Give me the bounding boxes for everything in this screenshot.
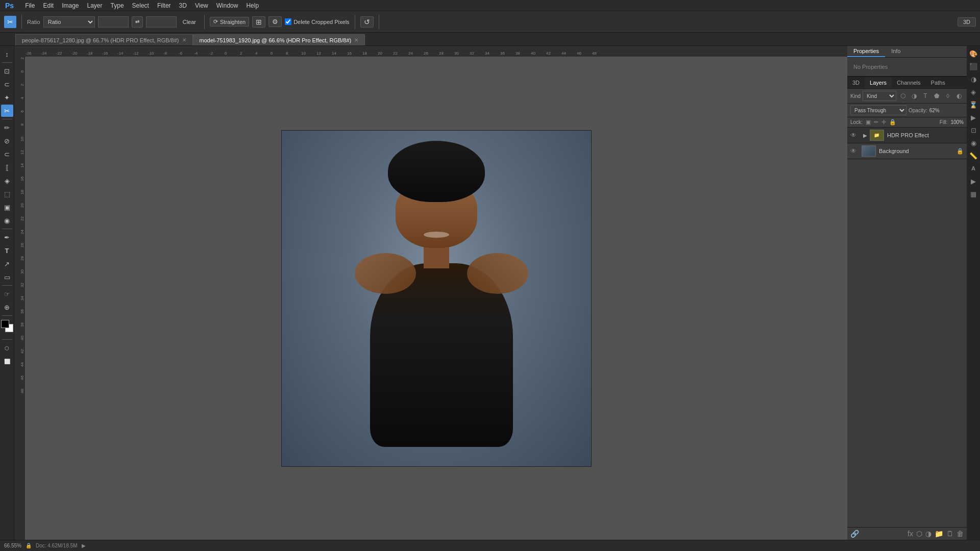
swap-dimensions-button[interactable]: ⇄ [132,16,143,28]
ratio-width-input[interactable] [98,16,129,28]
menu-item-3d[interactable]: 3D [175,1,191,10]
right-icon-1[interactable]: 🎨 [968,48,979,59]
layers-tab-paths[interactable]: Paths [926,77,950,88]
menu-item-layer[interactable]: Layer [83,1,107,10]
ruler-v-mark-0: 2 [20,57,24,59]
lock-position-icon[interactable]: ✛ [881,119,886,126]
tab-properties[interactable]: Properties [847,46,885,57]
layer-vis-background[interactable]: 👁 [850,147,859,155]
settings-button[interactable]: ⚙ [268,16,282,27]
menu-item-image[interactable]: Image [58,1,83,10]
layer-fx-button[interactable]: fx [908,530,913,538]
layers-tab-layers[interactable]: Layers [865,77,892,88]
lock-all-icon[interactable]: 🔒 [889,119,896,126]
layer-item-group[interactable]: 👁 ▶ 📁 HDR PRO Effect [847,128,967,143]
create-adjustment-button[interactable]: ◑ [925,530,932,538]
layers-tab-3d[interactable]: 3D [847,77,865,88]
ratio-select[interactable]: Ratio 1:1 16:9 4:3 Unconstrained [43,16,95,28]
lock-paint-icon[interactable]: ✏ [874,119,878,126]
blend-mode-select[interactable]: Pass Through Normal Multiply Screen Over… [850,105,906,115]
history-brush-tool[interactable]: ◈ [1,174,13,187]
color-swatches[interactable] [1,320,13,335]
tab-info[interactable]: Info [885,46,906,57]
brush-tool[interactable]: ⊂ [1,148,13,160]
lasso-tool[interactable]: ⊂ [1,78,13,90]
right-icon-5[interactable]: ⌛ [968,99,979,110]
menu-item-view[interactable]: View [191,1,212,10]
lock-transparency-icon[interactable]: ▣ [866,119,871,126]
menu-item-help[interactable]: Help [242,1,263,10]
grid-button[interactable]: ⊞ [252,16,265,28]
right-icon-6[interactable]: ▶ [968,112,979,123]
menu-item-edit[interactable]: Edit [39,1,58,10]
right-icon-play[interactable]: ▶ [968,176,979,187]
rectangular-marquee-tool[interactable]: ⊡ [1,65,13,77]
rotate-button[interactable]: ↺ [360,16,374,28]
screen-mode-tool[interactable]: ⬜ [1,355,13,367]
filter-shape-icon[interactable]: ⬟ [932,91,941,101]
filter-toggle-icon[interactable]: ◐ [954,91,964,101]
menu-item-filter[interactable]: Filter [153,1,175,10]
dodge-tool[interactable]: ◉ [1,214,13,227]
layer-vis-group[interactable]: 👁 [850,132,859,139]
filter-adjust-icon[interactable]: ◑ [910,91,919,101]
path-selection-tool[interactable]: ↗ [1,258,13,270]
tab-0[interactable]: people-875617_1280.jpg @ 66.7% (HDR PRO … [15,34,193,45]
menu-item-type[interactable]: Type [107,1,128,10]
create-layer-button[interactable]: 🗒 [946,530,953,538]
ratio-height-input[interactable] [146,16,177,28]
delete-layer-button[interactable]: 🗑 [957,530,964,538]
filter-pixel-icon[interactable]: ⬡ [898,91,908,101]
delete-cropped-checkbox[interactable] [285,18,291,25]
right-icon-type[interactable]: A [968,163,979,174]
pen-tool[interactable]: ✒ [1,231,13,243]
filter-smart-icon[interactable]: ◊ [943,91,952,101]
menu-item-file[interactable]: File [21,1,39,10]
tab-1[interactable]: model-751983_1920.jpg @ 66.6% (HDR Pro E… [193,34,365,45]
text-tool[interactable]: T [1,244,13,257]
top-toolbar: ✂ Ratio Ratio 1:1 16:9 4:3 Unconstrained… [0,11,980,33]
canvas-area[interactable]: -26-24-22-20-18-16-14-12-10-8-6-4-202468… [14,46,847,540]
hand-tool[interactable]: ☞ [1,288,13,300]
foreground-color[interactable] [1,320,9,328]
quick-select-tool[interactable]: ✦ [1,91,13,104]
layer-expand-icon[interactable]: ▶ [862,130,869,141]
filter-text-icon[interactable]: T [921,91,930,101]
right-icon-8[interactable]: ◉ [968,137,979,148]
menu-item-window[interactable]: Window [212,1,242,10]
layers-tab-channels[interactable]: Channels [892,77,925,88]
3d-view-select[interactable]: 3D [958,17,976,27]
right-icon-hist[interactable]: ▦ [968,188,979,199]
zoom-tool[interactable]: ⊕ [1,301,13,313]
move-tool[interactable]: ↕ [1,48,13,60]
ruler-h-mark-0: -26 [26,51,32,56]
fill-value[interactable]: 100% [950,119,964,125]
crop-tool-active[interactable]: ✂ [4,16,16,28]
eraser-tool[interactable]: ⬚ [1,188,13,200]
layer-kind-select[interactable]: Kind Name Effect Mode Attribute Color [863,91,896,101]
tab-0-close[interactable]: ✕ [182,37,186,43]
right-icon-7[interactable]: ⊡ [968,124,979,136]
right-icon-9[interactable]: 📏 [968,150,979,161]
eyedropper-tool[interactable]: ✏ [1,121,13,134]
straighten-tool[interactable]: ⟳ Straighten [210,17,249,27]
layer-item-background[interactable]: 👁 Background 🔒 [847,143,967,159]
tab-1-close[interactable]: ✕ [354,37,358,43]
quick-mask-tool[interactable]: ⬡ [1,342,13,354]
create-group-button[interactable]: 📁 [935,530,943,538]
status-arrow[interactable]: ▶ [82,543,86,548]
link-layers-icon[interactable]: 🔗 [850,530,859,538]
clear-button[interactable]: Clear [180,18,199,26]
right-icon-2[interactable]: ⬛ [968,61,979,72]
gradient-tool[interactable]: ▣ [1,201,13,213]
right-icon-4[interactable]: ◈ [968,86,979,97]
add-mask-button[interactable]: ⬡ [916,530,922,538]
crop-tool[interactable]: ✂ [1,105,13,117]
ruler-h-mark-22: 18 [362,51,367,56]
opacity-value[interactable]: 62% [929,108,940,113]
healing-brush-tool[interactable]: ⊘ [1,135,13,147]
menu-item-select[interactable]: Select [128,1,153,10]
right-icon-3[interactable]: ◑ [968,73,979,85]
shape-tool[interactable]: ▭ [1,271,13,283]
clone-stamp-tool[interactable]: ⟦ [1,161,13,173]
